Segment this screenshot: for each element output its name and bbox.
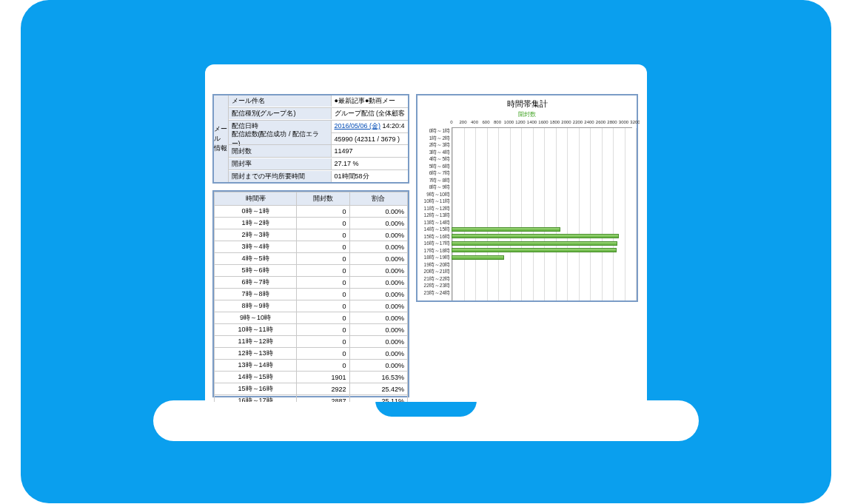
info-value: 11497: [332, 147, 409, 155]
table-row: 7時～8時00.00%: [215, 289, 408, 300]
xaxis-tick: 1000: [504, 120, 514, 124]
cell-count: 2922: [297, 383, 349, 395]
cell-percent: 0.00%: [349, 289, 407, 300]
cell-percent: 0.00%: [349, 312, 407, 324]
info-row: 開封までの平均所要時間01時間58分: [229, 169, 409, 182]
yaxis-label: 19時～20時: [422, 261, 452, 269]
yaxis-label: 12時～13時: [422, 212, 452, 219]
chart-bar: [452, 234, 619, 238]
chart-bar: [452, 255, 504, 260]
chart-bar: [452, 248, 617, 252]
cell-timeband: 16時～17時: [215, 395, 297, 403]
table-row: 8時～9時00.00%: [215, 300, 408, 312]
table-row: 4時～5時00.00%: [215, 253, 408, 265]
cell-timeband: 13時～14時: [215, 360, 297, 372]
timeband-table: 時間帯開封数割合 0時～1時00.00%1時～2時00.00%2時～3時00.0…: [214, 192, 408, 402]
cell-timeband: 10時～11時: [215, 324, 297, 336]
yaxis-label: 4時～5時: [422, 155, 452, 163]
cell-count: 0: [297, 348, 349, 360]
cell-percent: 0.00%: [349, 206, 407, 218]
cell-count: 0: [297, 253, 349, 265]
yaxis-label: 11時～12時: [422, 205, 452, 212]
table-header: 開封数: [297, 192, 349, 206]
info-row: 開封率27.17 %: [229, 157, 409, 169]
info-value: ●最新記事●動画メー: [332, 95, 409, 107]
chart-title: 時間帯集計: [417, 95, 637, 110]
info-row: 配信種別(グループ名)グループ配信 (全体顧客: [229, 107, 409, 120]
table-row: 15時～16時292225.42%: [215, 383, 408, 395]
table-row: 11時～12時00.00%: [215, 336, 408, 348]
cell-timeband: 3時～4時: [215, 241, 297, 253]
cell-timeband: 9時～10時: [215, 312, 297, 324]
table-row: 12時～13時00.00%: [215, 348, 408, 360]
yaxis-label: 22時～23時: [422, 282, 452, 289]
yaxis-label: 15時～16時: [422, 233, 452, 241]
xaxis-tick: 3000: [619, 120, 628, 124]
cell-percent: 0.00%: [349, 218, 407, 229]
cell-count: 0: [297, 336, 349, 348]
xaxis-tick: 1600: [538, 120, 548, 124]
cell-count: 0: [297, 324, 349, 336]
info-value: 01時間58分: [332, 171, 409, 182]
yaxis-label: 21時～22時: [422, 275, 452, 283]
table-header: 割合: [349, 192, 407, 206]
side-label-line2: 情報: [214, 144, 227, 153]
yaxis-label: 1時～2時: [422, 135, 452, 142]
date-link[interactable]: 2016/05/06 (金): [335, 122, 381, 130]
chart-legend: 開封数: [417, 110, 637, 120]
xaxis-tick: 1400: [527, 120, 537, 124]
cell-count: 0: [297, 206, 349, 218]
xaxis-tick: 3200: [630, 120, 640, 124]
cell-count: 0: [297, 312, 349, 324]
cell-timeband: 1時～2時: [215, 218, 297, 229]
cell-count: 0: [297, 289, 349, 300]
xaxis-tick: 2000: [561, 120, 571, 124]
yaxis-label: 5時～6時: [422, 163, 452, 170]
cell-percent: 0.00%: [349, 360, 407, 372]
laptop-body: メール 情報 メール件名●最新記事●動画メー配信種別(グループ名)グループ配信 …: [205, 64, 647, 402]
yaxis-label: 2時～3時: [422, 141, 452, 149]
yaxis-label: 9時～10時: [422, 191, 452, 198]
xaxis-tick: 1200: [515, 120, 525, 124]
chart-bars: [452, 127, 632, 300]
info-value: 45990 (42311 / 3679 ): [332, 135, 409, 144]
chart-yaxis: 0時～1時1時～2時2時～3時3時～4時4時～5時5時～6時6時～7時7時～8時…: [422, 127, 452, 300]
gridline: [636, 128, 637, 300]
cell-percent: 25.11%: [349, 395, 407, 403]
yaxis-label: 23時～24時: [422, 289, 452, 297]
cell-percent: 0.00%: [349, 300, 407, 312]
table-row: 6時～7時00.00%: [215, 277, 408, 289]
info-value: グループ配信 (全体顧客: [332, 108, 409, 119]
cell-count: 0: [297, 360, 349, 372]
info-row: 配信総数(配信成功 / 配信エラー)45990 (42311 / 3679 ): [229, 132, 409, 145]
table-row: 13時～14時00.00%: [215, 360, 408, 372]
xaxis-tick: 200: [459, 120, 466, 124]
cell-percent: 0.00%: [349, 241, 407, 253]
cell-percent: 16.53%: [349, 372, 407, 383]
info-value: 2016/05/06 (金) 14:20:4: [332, 121, 409, 132]
xaxis-tick: 2600: [596, 120, 606, 124]
yaxis-label: 0時～1時: [422, 127, 452, 135]
cell-percent: 0.00%: [349, 277, 407, 289]
cell-count: 0: [297, 229, 349, 241]
table-row: 0時～1時00.00%: [215, 206, 408, 218]
table-row: 3時～4時00.00%: [215, 241, 408, 253]
table-row: 1時～2時00.00%: [215, 218, 408, 229]
xaxis-tick: 2400: [584, 120, 594, 124]
xaxis-tick: 2200: [573, 120, 583, 124]
cell-count: 2887: [297, 395, 349, 403]
yaxis-label: 13時～14時: [422, 219, 452, 226]
cell-count: 1901: [297, 372, 349, 383]
cell-count: 0: [297, 241, 349, 253]
table-header-row: 時間帯開封数割合: [215, 192, 408, 206]
xaxis-tick: 400: [471, 120, 478, 124]
yaxis-label: 18時～19時: [422, 254, 452, 261]
chart-bar: [452, 241, 617, 246]
cell-timeband: 6時～7時: [215, 277, 297, 289]
cell-timeband: 4時～5時: [215, 253, 297, 265]
yaxis-label: 3時～4時: [422, 149, 452, 156]
cell-timeband: 8時～9時: [215, 300, 297, 312]
info-value: 27.17 %: [332, 159, 409, 168]
cell-timeband: 7時～8時: [215, 289, 297, 300]
cell-timeband: 0時～1時: [215, 206, 297, 218]
